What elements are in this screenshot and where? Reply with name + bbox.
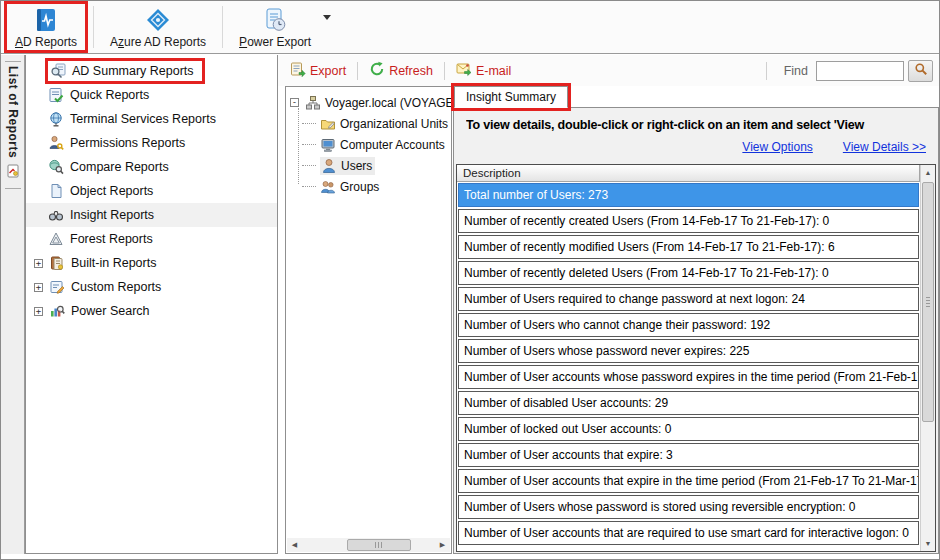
power-export-label: Power Export [239, 35, 311, 49]
sidebar-item-compare-reports[interactable]: Compare Reports [26, 155, 277, 179]
table-row[interactable]: Total number of Users: 273 [458, 183, 919, 207]
sidebar-item-power-search[interactable]: + Power Search [26, 299, 277, 323]
ad-reports-button[interactable]: AD Reports [7, 4, 85, 50]
forest-reports-icon [48, 231, 64, 247]
sidebar-item-label: Custom Reports [71, 280, 161, 294]
main-toolbar: AD Reports Azure AD Reports Power Export [1, 1, 939, 54]
domain-icon [305, 95, 321, 111]
scroll-up-icon[interactable]: ▲ [921, 165, 935, 180]
find-button[interactable] [908, 60, 933, 82]
sidebar-item-insight-reports[interactable]: Insight Reports [26, 203, 277, 227]
terminal-services-reports-icon [48, 111, 64, 127]
computer-accounts-icon [320, 137, 336, 153]
expand-plus-icon[interactable]: + [34, 307, 43, 316]
ad-reports-label: AD Reports [15, 35, 77, 49]
tree-connector [302, 144, 316, 145]
list-of-reports-label: List of Reports [6, 66, 20, 158]
tree-node-users[interactable]: Users [290, 155, 451, 176]
tree-node-label: Groups [340, 180, 379, 194]
insight-summary-panel: To view details, double-click or right-c… [453, 107, 939, 554]
tab-label: Insight Summary [466, 90, 556, 104]
table-row[interactable]: Number of Users whose password never exp… [458, 339, 919, 363]
object-reports-icon [48, 183, 64, 199]
row-text: Number of User accounts that expire in t… [464, 474, 919, 488]
scroll-left-icon[interactable]: ◀ [287, 538, 302, 552]
tree-node-organizational-units[interactable]: Organizational Units [290, 113, 451, 134]
table-row[interactable]: Number of Users whose password is stored… [458, 495, 919, 519]
table-row[interactable]: Number of User accounts whose password e… [458, 365, 919, 389]
quick-reports-icon [48, 87, 64, 103]
expand-plus-icon[interactable]: + [34, 283, 43, 292]
sidebar-item-label: Quick Reports [70, 88, 149, 102]
scrollbar-track[interactable] [302, 538, 435, 552]
sidebar-item-terminal-services-reports[interactable]: Terminal Services Reports [26, 107, 277, 131]
export-label: Export [310, 64, 346, 78]
expand-plus-icon[interactable]: + [34, 259, 43, 268]
row-text: Number of recently deleted Users (From 1… [464, 266, 829, 280]
row-text: Number of recently created Users (From 1… [464, 214, 829, 228]
table-row[interactable]: Number of Users who cannot change their … [458, 313, 919, 337]
toolbar-separator [222, 6, 223, 48]
sidebar-item-object-reports[interactable]: Object Reports [26, 179, 277, 203]
tree-connector [302, 123, 316, 124]
tree-node-computer-accounts[interactable]: Computer Accounts [290, 134, 451, 155]
azure-ad-reports-button[interactable]: Azure AD Reports [102, 4, 214, 50]
sidebar-item-permissions-reports[interactable]: Permissions Reports [26, 131, 277, 155]
built-in-reports-icon [49, 255, 65, 271]
collapse-minus-icon[interactable]: - [290, 98, 299, 107]
export-button[interactable]: Export [286, 59, 350, 82]
table-row[interactable]: Number of User accounts that expire in t… [458, 469, 919, 493]
table-row[interactable]: Number of disabled User accounts: 29 [458, 391, 919, 415]
row-text: Total number of Users: 273 [464, 188, 608, 202]
toolbar-separator [444, 62, 445, 80]
scrollbar-thumb[interactable] [347, 539, 411, 551]
sidebar-item-built-in-reports[interactable]: + Built-in Reports [26, 251, 277, 275]
sidebar-item-label: Terminal Services Reports [70, 112, 216, 126]
refresh-button[interactable]: Refresh [365, 59, 437, 82]
summary-table: Description Total number of Users: 273 N… [456, 164, 936, 552]
table-vertical-scrollbar[interactable]: ▲ ▼ [920, 165, 935, 551]
table-row[interactable]: Number of recently deleted Users (From 1… [458, 261, 919, 285]
sidebar-item-forest-reports[interactable]: Forest Reports [26, 227, 277, 251]
tree-node-domain[interactable]: - Voyager.local (VOYAGER) [290, 92, 451, 113]
row-text: Number of locked out User accounts: 0 [464, 422, 671, 436]
tree-node-groups[interactable]: Groups [290, 176, 451, 197]
table-row[interactable]: Number of User accounts that expire: 3 [458, 443, 919, 467]
view-options-link[interactable]: View Options [742, 140, 812, 154]
row-text: Number of recently modified Users (From … [464, 240, 835, 254]
table-row[interactable]: Number of Users required to change passw… [458, 287, 919, 311]
sidebar-item-quick-reports[interactable]: Quick Reports [26, 83, 277, 107]
toolbar-separator [357, 62, 358, 80]
ad-reports-icon [33, 7, 59, 33]
ad-tree-panel: - Voyager.local (VOYAGER) Organizational… [285, 86, 452, 554]
view-details-link[interactable]: View Details >> [843, 140, 926, 154]
table-row[interactable]: Number of recently created Users (From 1… [458, 209, 919, 233]
column-header-description[interactable]: Description [457, 165, 920, 182]
list-of-reports-tab[interactable]: List of Reports [1, 59, 25, 193]
tab-insight-summary[interactable]: Insight Summary [454, 86, 568, 108]
users-icon [321, 158, 337, 174]
row-text: Number of Users whose password never exp… [464, 344, 749, 358]
tree-horizontal-scrollbar[interactable]: ◀ ▶ [287, 538, 450, 552]
scrollbar-thumb[interactable] [922, 182, 934, 422]
organizational-units-icon [320, 116, 336, 132]
table-row[interactable]: Number of locked out User accounts: 0 [458, 417, 919, 441]
sidebar-item-custom-reports[interactable]: + Custom Reports [26, 275, 277, 299]
groups-icon [320, 179, 336, 195]
panel-header: To view details, double-click or right-c… [454, 108, 938, 164]
table-row[interactable]: Number of User accounts that are require… [458, 521, 919, 545]
sidebar-item-ad-summary-reports[interactable]: AD Summary Reports [26, 59, 277, 83]
scroll-down-icon[interactable]: ▼ [921, 536, 935, 551]
compare-reports-icon [48, 159, 64, 175]
power-export-dropdown-caret[interactable] [323, 15, 331, 20]
scroll-right-icon[interactable]: ▶ [435, 538, 450, 552]
row-text: Number of disabled User accounts: 29 [464, 396, 668, 410]
tree-node-label: Computer Accounts [340, 138, 445, 152]
left-tab-strip: List of Reports [1, 55, 25, 554]
email-button[interactable]: E-mail [452, 59, 515, 82]
table-rows: Total number of Users: 273 Number of rec… [457, 183, 920, 545]
refresh-icon [369, 61, 385, 80]
find-input[interactable] [816, 61, 904, 81]
table-row[interactable]: Number of recently modified Users (From … [458, 235, 919, 259]
power-export-button[interactable]: Power Export [231, 4, 319, 50]
